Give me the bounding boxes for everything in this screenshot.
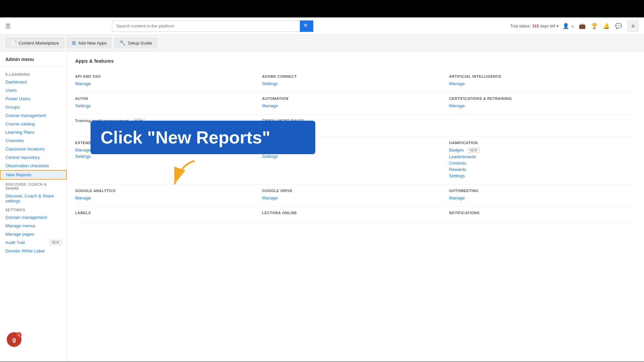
rewards-link[interactable]: Rewards	[449, 166, 631, 173]
adobe-connect-section: ADOBE CONNECT Settings	[262, 70, 449, 93]
gamification-section: GAMIFICATION Badges NEW Leaderboards Con…	[449, 137, 636, 185]
gotomeeting-section: GOTOMEETING Manage	[449, 185, 636, 207]
lectora-title: LECTORA ONLINE	[262, 211, 443, 215]
apps-features-title: Apps & features	[75, 58, 636, 64]
gamification-links: Badges NEW Leaderboards Contests Rewards…	[449, 147, 631, 179]
google-drive-manage-link[interactable]: Manage	[262, 195, 443, 201]
search-input[interactable]	[112, 20, 300, 32]
enrollment-rules-manage-link[interactable]: Manage	[262, 125, 443, 131]
training-credit-title: Training credit management NEW	[75, 119, 257, 124]
extended-enterprise-section: EXTENDED ENTERPRISE Manage Settings	[75, 137, 262, 185]
sidebar-item-manage-menus[interactable]: Manage menus	[0, 222, 67, 230]
badges-link[interactable]: Badges NEW	[449, 147, 631, 154]
notifications-title: NOTIFICATIONS	[449, 211, 631, 215]
gotomeeting-title: GOTOMEETING	[449, 189, 631, 193]
top-black-bar	[0, 0, 644, 17]
automation-manage-link[interactable]: Manage	[262, 103, 443, 109]
content-marketplace-nav[interactable]: 📄 Content Marketplace	[5, 38, 64, 48]
notifications-section: NOTIFICATIONS	[449, 207, 636, 223]
content-marketplace-icon: 📄	[10, 40, 17, 46]
contests-link[interactable]: Contests	[449, 160, 631, 166]
user-avatar[interactable]: g 1	[7, 332, 21, 347]
auth0-settings-link[interactable]: Settings	[75, 103, 257, 109]
search-bar: 🔍	[112, 20, 313, 32]
ai-manage-link[interactable]: Manage	[449, 80, 631, 87]
sidebar-item-power-users[interactable]: Power Users	[0, 95, 67, 103]
google-analytics-section: GOOGLE ANALYTICS Manage	[75, 185, 262, 207]
sidebar-item-dashboard[interactable]: Dashboard	[0, 78, 67, 86]
automation-section: AUTOMATION Manage	[262, 93, 449, 115]
chat-icon[interactable]: 💬	[615, 23, 622, 29]
header-icons: 👤 0 💼 🏆 🔔 💬 ⚙	[562, 20, 639, 32]
trial-dropdown-icon[interactable]: ▾	[556, 24, 558, 28]
sidebar-item-users[interactable]: Users	[0, 86, 67, 95]
certifications-title: CERTIFICATIONS & RETRAINING	[449, 97, 631, 101]
sidebar-item-learning-plans[interactable]: Learning Plans	[0, 128, 67, 136]
sidebar-title: Admin menu	[0, 57, 67, 66]
lectora-section: LECTORA ONLINE	[262, 207, 449, 223]
external-training-manage-link[interactable]: Manage	[262, 147, 443, 153]
main-layout: Admin menu E-LEARNING Dashboard Users Po…	[0, 51, 644, 362]
placeholder-section	[449, 115, 636, 137]
sidebar-item-groups[interactable]: Groups	[0, 103, 67, 111]
sidebar-section-discover: DISCOVER, COACH & SHARE	[0, 180, 67, 192]
header: ☰ 🔍 Trial status: 315 days left ▾ 👤 0 💼 …	[0, 17, 644, 35]
google-analytics-manage-link[interactable]: Manage	[75, 195, 257, 201]
auth0-section: AUTH0 Settings	[75, 93, 262, 115]
extended-enterprise-manage-link[interactable]: Manage	[75, 147, 257, 153]
search-button[interactable]: 🔍	[300, 20, 313, 32]
ai-section: ARTIFICIAL INTELLIGENCE Manage	[449, 70, 636, 93]
extended-enterprise-title: EXTENDED ENTERPRISE	[75, 141, 257, 145]
auth0-title: AUTH0	[75, 97, 257, 101]
sidebar-item-audit-trail[interactable]: Audit Trail NEW	[0, 238, 67, 247]
google-analytics-title: GOOGLE ANALYTICS	[75, 189, 257, 193]
sidebar-item-classroom-locations[interactable]: Classroom locations	[0, 145, 67, 153]
avatar-letter: g	[12, 336, 16, 343]
google-drive-section: GOOGLE DRIVE Manage	[262, 185, 449, 207]
sidebar-item-course-management[interactable]: Course management	[0, 111, 67, 120]
leaderboards-link[interactable]: Leaderboards	[449, 154, 631, 160]
badges-new-tag: NEW	[468, 148, 479, 153]
sidebar-item-discover-settings[interactable]: Discover, Coach & Share settings	[0, 192, 67, 205]
setup-guide-icon: 🔧	[119, 40, 126, 46]
external-training-settings-link[interactable]: Settings	[262, 153, 443, 160]
api-sso-title: API AND SSO	[75, 74, 257, 78]
gotomeeting-manage-link[interactable]: Manage	[449, 195, 631, 201]
training-credit-new-tag: NEW	[132, 119, 145, 124]
ai-title: ARTIFICIAL INTELLIGENCE	[449, 74, 631, 78]
extended-enterprise-settings-link[interactable]: Settings	[75, 153, 257, 160]
sidebar-item-central-repository[interactable]: Central repository	[0, 153, 67, 162]
sidebar-item-observation-checklists[interactable]: Observation checklists	[0, 162, 67, 170]
bell-icon[interactable]: 🔔	[603, 23, 610, 29]
sidebar-item-course-catalog[interactable]: Course catalog	[0, 120, 67, 128]
users-icon[interactable]: 👤 0	[562, 23, 574, 29]
adobe-connect-title: ADOBE CONNECT	[262, 74, 443, 78]
sidebar-item-docebo-white-label[interactable]: Docebo White Label	[0, 247, 67, 255]
hamburger-icon[interactable]: ☰	[5, 22, 11, 30]
certifications-manage-link[interactable]: Manage	[449, 103, 631, 109]
labels-section: LABELS	[75, 207, 262, 223]
trophy-icon[interactable]: 🏆	[591, 23, 598, 29]
audit-trail-new-badge: NEW	[50, 240, 61, 245]
sidebar-item-new-reports[interactable]: New Reports	[0, 170, 67, 180]
sidebar-section-elearning: E-LEARNING	[0, 70, 67, 78]
google-drive-title: GOOGLE DRIVE	[262, 189, 443, 193]
setup-guide-nav[interactable]: 🔧 Setup Guide	[114, 38, 157, 48]
sidebar-item-domain-management[interactable]: Domain management	[0, 213, 67, 222]
sidebar-item-manage-pages[interactable]: Manage pages	[0, 230, 67, 238]
gear-button[interactable]: ⚙	[627, 20, 639, 32]
trial-status: Trial status: 315 days left ▾	[510, 24, 558, 28]
add-new-apps-label: Add New Apps	[78, 41, 107, 46]
header-right: Trial status: 315 days left ▾ 👤 0 💼 🏆 🔔 …	[510, 20, 639, 32]
enrollment-rules-title: ENROLLMENT RULES	[262, 119, 443, 123]
sidebar-item-channels[interactable]: Channels	[0, 136, 67, 145]
api-sso-manage-link[interactable]: Manage	[75, 80, 257, 87]
api-sso-section: API AND SSO Manage	[75, 70, 262, 93]
training-credit-section: Training credit management NEW	[75, 115, 262, 137]
external-training-title: EXTERNAL TRAINING	[262, 141, 443, 145]
gamification-settings-link[interactable]: Settings	[449, 173, 631, 179]
content-marketplace-label: Content Marketplace	[19, 41, 59, 46]
add-new-apps-nav[interactable]: ⊞ Add New Apps	[67, 38, 112, 48]
bag-icon[interactable]: 💼	[579, 23, 586, 29]
adobe-connect-settings-link[interactable]: Settings	[262, 80, 443, 87]
